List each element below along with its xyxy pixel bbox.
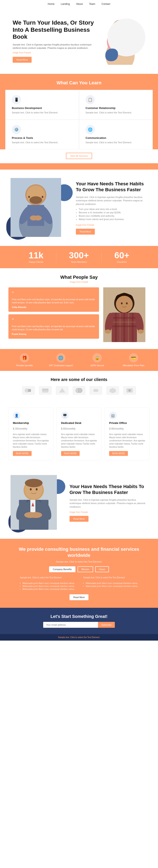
pricing-card-desk: 🖥️ Dedicated Desk $ 65/monthly Arcu eges… (57, 407, 102, 460)
stat-countries-label: Countries (114, 261, 129, 263)
card-customer-desc: Sample text. Click to select the Text El… (85, 111, 146, 115)
clients-section: Here are some of our clients (0, 371, 158, 407)
testimonials-image-credit: Image from Freepik (0, 281, 158, 283)
consulting-btn-vision[interactable]: Vision (95, 566, 109, 572)
consulting-col-1: Sample text. Click to select the Text El… (20, 577, 75, 591)
pricing-office-price: $ 95/monthly (109, 426, 145, 431)
consulting-section: We provide consulting business and finan… (0, 539, 158, 608)
consulting-col1-list: Malesuada proin libero nunc consequat in… (20, 582, 75, 590)
svg-rect-43 (42, 389, 49, 393)
card-business: 📱 Business Development Sample text. Clic… (5, 90, 79, 120)
grow-title: Your Have Needs These Habits To Grow The… (76, 181, 148, 193)
pricing-desk-button[interactable]: READ MORE (61, 451, 80, 456)
svg-point-40 (138, 330, 144, 334)
clients-title: Here are some of our clients (8, 377, 150, 382)
footer-search-form: Subscribe (6, 622, 152, 628)
learn-title: What Can You Learn (0, 80, 158, 86)
hero-cta-button[interactable]: Read More (12, 57, 32, 63)
card-process-desc: Sample text. Click to select the Text El… (12, 141, 73, 144)
consulting-buttons-row: Company Benefits Mission Vision (12, 566, 146, 572)
svg-rect-47 (93, 389, 98, 392)
consulting-col1-item-1: Malesuada proin libero nunc consequat in… (23, 582, 75, 584)
consulting-btn-mission[interactable]: Mission (78, 566, 93, 572)
nav-about[interactable]: About (76, 2, 83, 5)
grow-bullet-2: Become a #1 bestseller or we pay $150k. (79, 211, 148, 214)
consulting-description: Sample text. Click to select the Text El… (12, 560, 146, 563)
pricing-membership-price: $ 35/monthly (13, 426, 49, 431)
feature-pricing-label: Affordable Price Plan (119, 364, 148, 367)
card-communication-icon: 🌐 (85, 125, 95, 134)
testimonial-text-2: Proin sed libero enim sed faucibus turpi… (12, 325, 96, 331)
footer-bottom: Sample text. Click to select the Text El… (0, 634, 158, 641)
client-logo-1 (22, 386, 35, 395)
testimonial-card-1: " Proin sed libero enim sed faucibus tur… (8, 287, 99, 312)
consulting-read-more-button[interactable]: Read More (70, 594, 88, 600)
nav-contact[interactable]: Contact (102, 2, 110, 5)
view-all-services-button[interactable]: View All Services (66, 153, 92, 159)
card-process-title: Process & Tools (12, 136, 73, 140)
grow-bullet-4: Attract more clients and grow your busin… (79, 218, 148, 220)
svg-point-19 (34, 215, 42, 220)
consulting-col2-list: Malesuada proin libero nunc consequat in… (83, 582, 138, 587)
client-logo-5 (89, 386, 102, 395)
feature-support-label: 24/7 Dedicated support (46, 364, 76, 367)
pricing-desk-price: $ 65/monthly (61, 426, 97, 431)
testimonials-section: What People Say Image from Freepik " Pro… (0, 268, 158, 349)
pricing-membership-button[interactable]: READ MORE (13, 451, 32, 456)
footer-subscribe-button[interactable]: Subscribe (98, 622, 115, 628)
grow2-section: Your Have Needs These Habits To Grow The… (0, 467, 158, 539)
consulting-title: We provide consulting business and finan… (12, 546, 146, 558)
client-logo-2 (39, 386, 52, 395)
consulting-btn-company[interactable]: Company Benefits (49, 566, 76, 572)
pricing-desk-desc: Arcu egestas amet vulputate massa. Mauri… (61, 433, 97, 448)
stat-countries-number: 60+ (114, 251, 129, 260)
grow-person-container (10, 178, 70, 238)
learn-section: What Can You Learn 📱 Business Developmen… (0, 74, 158, 169)
testimonial-card-2: " Proin sed libero enim sed faucibus tur… (8, 314, 99, 339)
nav-landing[interactable]: Landing (61, 2, 70, 5)
pricing-membership-title: Membership (13, 422, 49, 425)
card-business-icon: 📱 (12, 95, 21, 104)
feature-pricing: 💳 Affordable Price Plan (119, 353, 148, 367)
feature-secure-icon: 🔒 (93, 353, 102, 363)
testimonials-layout: " Proin sed libero enim sed faucibus tur… (0, 287, 158, 343)
grow2-cta-button[interactable]: Read More (70, 516, 88, 522)
consulting-col2-header: Sample text. Click to select the Text El… (83, 577, 138, 579)
consulting-col1-item-3: Malesuada proin libero nunc consequat in… (23, 588, 75, 590)
hero-image-credit: Image from Freepik (12, 51, 99, 54)
pricing-office-icon: 🏢 (109, 412, 117, 419)
grow2-person-image (10, 475, 57, 530)
feature-secure-label: 100% Secure (82, 364, 112, 367)
nav-home[interactable]: Home (48, 2, 55, 5)
svg-point-55 (36, 488, 38, 491)
testimonials-person-container (103, 287, 150, 343)
pricing-office-title: Private Office (109, 422, 145, 425)
svg-marker-48 (109, 388, 116, 393)
nav-team[interactable]: Team (89, 2, 95, 5)
footer-email-input[interactable] (43, 622, 98, 628)
card-customer: 📋 Customer Relationship Sample text. Cli… (79, 90, 153, 120)
grow2-person-container (10, 475, 63, 530)
navigation: Home Landing About Team Contact (0, 0, 158, 8)
card-communication: 🌐 Communication Sample text. Click to se… (79, 120, 153, 150)
pricing-office-button[interactable]: READ MORE (109, 451, 128, 456)
svg-point-12 (28, 196, 30, 198)
feature-support: 🌐 24/7 Dedicated support (46, 353, 76, 367)
testimonial-author-1: Celia Almeda (12, 306, 96, 308)
client-logo-6 (106, 386, 119, 395)
hero-section: We Turn Your Ideas, Or Story Into A Best… (0, 8, 158, 74)
grow2-title: Your Have Needs These Habits To Grow The… (70, 484, 148, 496)
learn-cards-grid: 📱 Business Development Sample text. Clic… (5, 90, 153, 149)
grow-bullet-3: Boost your credibility and authority. (79, 215, 148, 217)
testimonial-text-1: Proin sed libero enim sed faucibus turpi… (12, 298, 96, 304)
feature-pricing-icon: 💳 (129, 353, 138, 363)
grow-cta-button[interactable]: Read More (76, 229, 95, 235)
footer-cta-section: Let's Start Something Great! Subscribe (0, 608, 158, 634)
svg-point-54 (30, 488, 32, 491)
svg-point-27 (126, 302, 128, 304)
svg-point-39 (105, 330, 111, 334)
svg-point-50 (128, 389, 131, 392)
svg-point-56 (25, 479, 43, 487)
hero-image-container (99, 17, 146, 65)
testimonial-author-2: Frank Kinney (12, 333, 96, 335)
